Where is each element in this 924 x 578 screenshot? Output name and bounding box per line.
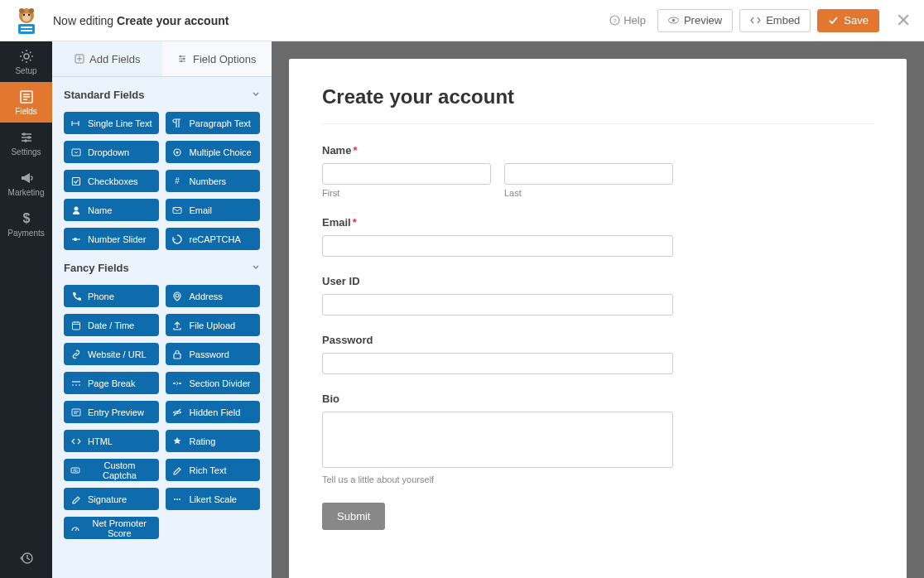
field-hidden-field[interactable]: Hidden Field (166, 401, 261, 423)
svg-rect-41 (173, 207, 181, 213)
svg-rect-45 (72, 322, 79, 330)
custom-captcha-icon: Ab (70, 465, 80, 475)
field-net-promoter-score[interactable]: Net Promoter Score (64, 517, 159, 539)
top-bar: Now editing Create your account ? Help P… (0, 0, 924, 41)
form-canvas: Create your account Name* First Last Ema… (272, 41, 924, 578)
field-number-slider[interactable]: Number Slider (64, 228, 159, 250)
history-icon (19, 551, 34, 566)
field-checkboxes[interactable]: Checkboxes (64, 170, 159, 192)
file-upload-icon (172, 320, 183, 330)
field-recaptcha[interactable]: reCAPTCHA (166, 228, 261, 250)
field-signature[interactable]: Signature (64, 488, 159, 510)
section-standard[interactable]: Standard Fields (64, 77, 260, 112)
megaphone-icon (19, 171, 34, 185)
add-icon (74, 54, 84, 65)
svg-point-61 (176, 499, 178, 500)
svg-line-63 (75, 528, 77, 531)
gear-icon (19, 49, 34, 64)
svg-rect-8 (21, 30, 32, 31)
field-email[interactable]: Email (166, 199, 261, 221)
nav-settings[interactable]: Settings (0, 123, 52, 163)
nav-fields[interactable]: Fields (0, 82, 52, 123)
svg-point-23 (24, 139, 27, 142)
svg-point-5 (28, 13, 30, 15)
close-icon[interactable]: ✕ (896, 10, 911, 31)
field-entry-preview[interactable]: Entry Preview (64, 401, 159, 423)
preview-button[interactable]: Preview (657, 9, 733, 32)
svg-point-44 (176, 294, 179, 297)
field-page-break[interactable]: Page Break (64, 372, 159, 394)
field-section-divider[interactable]: Section Divider (166, 372, 261, 394)
svg-point-13 (24, 54, 29, 59)
field-userid[interactable]: User ID (322, 275, 873, 315)
field-likert-scale[interactable]: Likert Scale (166, 488, 261, 510)
field-phone[interactable]: Phone (64, 285, 159, 307)
svg-point-40 (74, 206, 78, 210)
hidden-field-icon (172, 407, 183, 417)
svg-text:#: # (175, 176, 180, 185)
likert-scale-icon (172, 494, 183, 504)
input-password[interactable] (322, 353, 673, 374)
app-logo (10, 4, 43, 37)
svg-point-60 (174, 499, 176, 500)
input-first-name[interactable] (322, 163, 491, 185)
field-email[interactable]: Email* (322, 216, 873, 257)
field-file-upload[interactable]: File Upload (166, 314, 261, 336)
input-bio[interactable] (322, 412, 673, 468)
svg-point-30 (180, 55, 182, 58)
save-button[interactable]: Save (817, 9, 879, 32)
section-fancy[interactable]: Fancy Fields (64, 250, 260, 285)
field-address[interactable]: Address (166, 285, 261, 307)
fields-sidebar: Add Fields Field Options Standard Fields… (52, 41, 272, 578)
date-time-icon (70, 320, 81, 330)
svg-point-43 (74, 238, 77, 241)
nav-marketing[interactable]: Marketing (0, 163, 52, 204)
field-multiple-choice[interactable]: Multiple Choice (166, 141, 261, 163)
nav-history[interactable] (0, 538, 52, 578)
field-custom-captcha[interactable]: AbCustom Captcha (64, 459, 159, 481)
editing-label: Now editing Create your account (53, 14, 229, 27)
field-website-url[interactable]: Website / URL (64, 343, 159, 365)
field-dropdown[interactable]: Dropdown (64, 141, 159, 163)
field-password[interactable]: Password (322, 334, 873, 374)
nav-payments[interactable]: $ Payments (0, 204, 52, 244)
field-password[interactable]: Password (166, 343, 261, 365)
input-last-name[interactable] (504, 163, 673, 185)
svg-rect-49 (174, 354, 180, 359)
sliders-icon (19, 130, 34, 145)
code-icon (750, 15, 761, 26)
field-numbers[interactable]: #Numbers (166, 170, 261, 192)
input-email[interactable] (322, 235, 673, 257)
embed-button[interactable]: Embed (739, 9, 811, 32)
field-rating[interactable]: Rating (166, 430, 261, 452)
svg-point-32 (183, 58, 185, 60)
field-paragraph-text[interactable]: Paragraph Text (166, 112, 261, 134)
eye-icon (668, 15, 679, 26)
options-icon (177, 54, 188, 65)
net-promoter-score-icon (70, 523, 80, 533)
svg-point-2 (29, 8, 34, 13)
field-name[interactable]: Name* First Last (322, 144, 873, 198)
tab-field-options[interactable]: Field Options (162, 41, 272, 76)
submit-button[interactable]: Submit (322, 503, 385, 530)
field-single-line-text[interactable]: Single Line Text (64, 112, 159, 134)
recaptcha-icon (172, 234, 183, 244)
field-bio[interactable]: Bio Tell us a little about yourself (322, 393, 873, 484)
email-icon (172, 205, 183, 215)
field-rich-text[interactable]: Rich Text (166, 459, 261, 481)
help-link[interactable]: ? Help (609, 14, 646, 26)
input-userid[interactable] (322, 294, 673, 315)
password-icon (172, 349, 183, 359)
tab-add-fields[interactable]: Add Fields (52, 41, 162, 76)
field-name[interactable]: Name (64, 199, 159, 221)
field-date-time[interactable]: Date / Time (64, 314, 159, 336)
nav-setup[interactable]: Setup (0, 41, 52, 82)
page-break-icon (70, 378, 81, 388)
address-icon (172, 291, 183, 301)
svg-point-4 (23, 13, 25, 15)
bio-helptext: Tell us a little about yourself (322, 474, 873, 484)
field-html[interactable]: HTML (64, 430, 159, 452)
help-icon: ? (609, 15, 620, 26)
multiple-choice-icon (172, 147, 183, 157)
checkboxes-icon (70, 176, 81, 186)
